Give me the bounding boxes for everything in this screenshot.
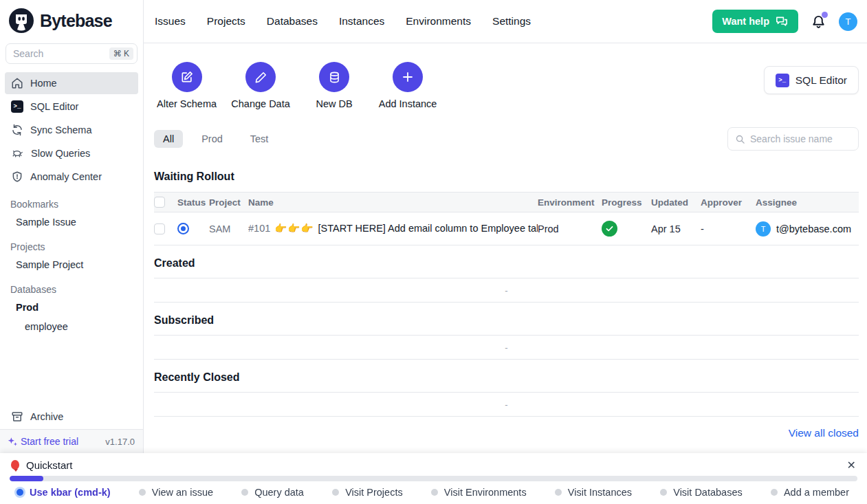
step-visit-instances[interactable]: Visit Instances xyxy=(555,487,632,498)
sidebar-nav: Home >_ SQL Editor Sync Schema Slow Quer… xyxy=(0,71,143,404)
sidebar-item-home[interactable]: Home xyxy=(5,72,138,94)
col-assignee: Assignee xyxy=(756,197,859,208)
trial-label: Start free trial xyxy=(21,436,78,447)
sparkles-icon xyxy=(7,436,19,448)
sql-editor-button[interactable]: >_ SQL Editor xyxy=(764,66,859,94)
quickstart-bar: Quickstart ✕ Use kbar (cmd-k) View an is… xyxy=(0,453,867,504)
alter-schema-button[interactable]: Alter Schema xyxy=(157,62,217,109)
issue-environment: Prod xyxy=(538,223,602,234)
user-avatar[interactable]: T xyxy=(839,12,857,31)
section-title-subscribed: Subscribed xyxy=(154,314,859,327)
issue-table-header: Status Project Name Environment Progress… xyxy=(154,192,859,212)
sidebar-bottom: Archive Start free trial v1.17.0 xyxy=(0,404,143,453)
notifications-button[interactable] xyxy=(811,14,826,30)
sidebar-item-anomaly-center[interactable]: Anomaly Center xyxy=(5,166,138,188)
step-use-kbar[interactable]: Use kbar (cmd-k) xyxy=(17,487,111,498)
plus-icon xyxy=(393,62,423,92)
issue-assignee: T t@bytebase.com xyxy=(756,221,859,237)
assignee-avatar: T xyxy=(756,221,771,237)
row-checkbox[interactable] xyxy=(154,223,165,234)
search-icon xyxy=(735,134,745,144)
search-placeholder: Search xyxy=(13,48,43,59)
section-recently-closed: Recently Closed - xyxy=(154,371,859,417)
brand-logo[interactable]: Bytebase xyxy=(0,0,143,41)
new-db-button[interactable]: New DB xyxy=(305,62,364,109)
nav-instances[interactable]: Instances xyxy=(339,15,384,28)
sidebar-item-sync-schema[interactable]: Sync Schema xyxy=(5,119,138,141)
sidebar-footer: Start free trial v1.17.0 xyxy=(0,429,143,453)
shield-icon xyxy=(11,171,23,183)
top-nav: Issues Projects Databases Instances Envi… xyxy=(155,15,531,28)
sidebar-item-slow-queries[interactable]: Slow Queries xyxy=(5,142,138,164)
nav-projects[interactable]: Projects xyxy=(207,15,245,28)
section-title-waiting-rollout: Waiting Rollout xyxy=(154,171,859,183)
open-status-icon xyxy=(177,223,189,234)
sidebar-item-sample-project[interactable]: Sample Project xyxy=(0,255,143,274)
check-circle-icon xyxy=(602,221,617,237)
environment-tabs: All Prod Test xyxy=(154,130,277,148)
step-visit-environments[interactable]: Visit Environments xyxy=(431,487,527,498)
col-updated: Updated xyxy=(651,197,701,208)
step-label: View an issue xyxy=(152,487,213,498)
close-icon[interactable]: ✕ xyxy=(847,460,856,471)
sidebar-item-sample-issue[interactable]: Sample Issue xyxy=(0,212,143,232)
step-visit-projects[interactable]: Visit Projects xyxy=(332,487,403,498)
start-free-trial-link[interactable]: Start free trial xyxy=(7,436,78,448)
select-all-checkbox[interactable] xyxy=(154,197,165,208)
step-dot xyxy=(241,489,248,496)
sidebar-item-sql-editor[interactable]: >_ SQL Editor xyxy=(5,96,138,118)
archive-icon xyxy=(11,410,23,423)
nav-issues[interactable]: Issues xyxy=(155,15,186,28)
notification-dot xyxy=(822,12,828,18)
step-label: Use kbar (cmd-k) xyxy=(30,487,111,498)
quick-actions-row: Alter Schema Change Data New DB xyxy=(154,62,859,109)
sidebar-item-label: Sync Schema xyxy=(30,124,91,135)
nav-environments[interactable]: Environments xyxy=(406,15,471,28)
step-view-an-issue[interactable]: View an issue xyxy=(139,487,213,498)
step-label: Visit Environments xyxy=(444,487,527,498)
pencil-icon xyxy=(245,62,276,92)
step-query-data[interactable]: Query data xyxy=(241,487,304,498)
empty-state: - xyxy=(154,335,859,360)
sidebar-item-archive[interactable]: Archive xyxy=(5,406,138,428)
step-label: Visit Instances xyxy=(568,487,632,498)
step-visit-databases[interactable]: Visit Databases xyxy=(660,487,742,498)
step-label: Visit Databases xyxy=(673,487,742,498)
quick-action-label: Add Instance xyxy=(379,98,437,109)
issue-id: #101 xyxy=(248,223,270,234)
col-status: Status xyxy=(177,197,209,208)
change-data-button[interactable]: Change Data xyxy=(231,62,290,109)
sidebar-section-projects: Projects xyxy=(0,232,143,255)
main-column: Issues Projects Databases Instances Envi… xyxy=(144,0,867,453)
balloon-icon xyxy=(11,460,20,471)
sidebar-item-prod[interactable]: Prod xyxy=(0,298,143,317)
add-instance-button[interactable]: Add Instance xyxy=(378,62,437,109)
issue-name[interactable]: #101 👉👉👉 [START HERE] Add email column t… xyxy=(248,223,538,234)
empty-state: - xyxy=(154,278,859,303)
col-environment: Environment xyxy=(538,197,602,208)
col-name: Name xyxy=(248,197,538,208)
assignee-email: t@bytebase.com xyxy=(776,223,851,234)
want-help-button[interactable]: Want help xyxy=(712,10,798,33)
view-all-closed-link[interactable]: View all closed xyxy=(789,427,859,439)
sidebar-search-input[interactable]: Search ⌘ K xyxy=(6,43,138,64)
tab-all[interactable]: All xyxy=(154,130,183,148)
pointing-emojis: 👉👉👉 xyxy=(274,223,314,234)
sidebar-section-bookmarks: Bookmarks xyxy=(0,189,143,212)
col-project: Project xyxy=(209,197,248,208)
issue-row[interactable]: SAM #101 👉👉👉 [START HERE] Add email colu… xyxy=(154,212,859,245)
step-label: Query data xyxy=(254,487,304,498)
nav-settings[interactable]: Settings xyxy=(492,15,531,28)
section-title-created: Created xyxy=(154,257,859,270)
step-dot xyxy=(771,489,778,496)
sidebar-item-employee[interactable]: employee xyxy=(0,317,143,336)
tab-prod[interactable]: Prod xyxy=(193,130,232,148)
nav-databases[interactable]: Databases xyxy=(267,15,318,28)
issue-search-input[interactable] xyxy=(750,133,851,144)
issue-title: [START HERE] Add email column to Employe… xyxy=(318,223,538,234)
issue-progress xyxy=(602,221,651,237)
step-add-a-member[interactable]: Add a member xyxy=(771,487,849,498)
tab-test[interactable]: Test xyxy=(241,130,278,148)
issue-search-box xyxy=(727,127,859,151)
quick-actions: Alter Schema Change Data New DB xyxy=(154,62,437,109)
